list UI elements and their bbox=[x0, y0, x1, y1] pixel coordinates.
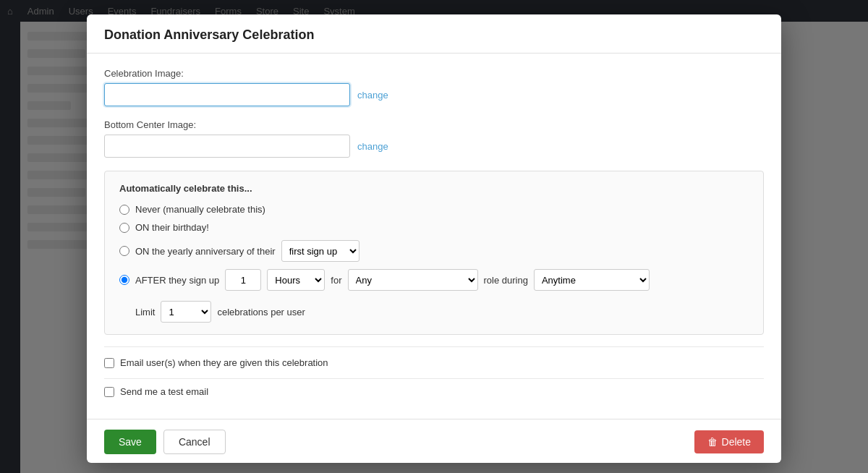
delete-label: Delete bbox=[722, 436, 751, 448]
radio-birthday-option: ON their birthday! bbox=[119, 222, 749, 233]
modal-body: Celebration Image: change Bottom Center … bbox=[87, 54, 781, 419]
celebrations-per-user-label: celebrations per user bbox=[217, 307, 305, 318]
role-select[interactable]: Any Admin Member Volunteer bbox=[348, 269, 478, 291]
radio-birthday-label: ON their birthday! bbox=[135, 222, 209, 233]
radio-never-label: Never (manually celebrate this) bbox=[135, 204, 265, 215]
bottom-center-image-input[interactable] bbox=[104, 135, 350, 158]
delete-icon: 🗑 bbox=[707, 436, 718, 448]
test-email-label: Send me a test email bbox=[120, 386, 208, 397]
radio-after-signup-option: AFTER they sign up Minutes Hours Days We… bbox=[119, 269, 749, 291]
modal-footer: Save Cancel 🗑 Delete bbox=[87, 419, 781, 463]
radio-anniversary-option: ON the yearly anniversary of their first… bbox=[119, 240, 749, 262]
radio-never[interactable] bbox=[119, 205, 129, 215]
bottom-center-image-group: Bottom Center Image: change bbox=[104, 119, 764, 158]
auto-section-title: Automatically celebrate this... bbox=[119, 183, 749, 194]
save-button[interactable]: Save bbox=[104, 430, 156, 454]
limit-label: Limit bbox=[135, 307, 155, 318]
email-checkbox-label: Email user(s) when they are given this c… bbox=[120, 357, 328, 368]
after-unit-select[interactable]: Minutes Hours Days Weeks Months bbox=[267, 269, 325, 291]
modal-title: Donation Anniversary Celebration bbox=[104, 27, 764, 43]
delete-button[interactable]: 🗑 Delete bbox=[694, 430, 764, 453]
test-email-row: Send me a test email bbox=[104, 378, 764, 404]
auto-celebrate-section: Automatically celebrate this... Never (m… bbox=[104, 171, 764, 335]
bottom-center-image-change[interactable]: change bbox=[357, 141, 388, 152]
celebration-image-group: Celebration Image: change bbox=[104, 68, 764, 106]
cancel-button[interactable]: Cancel bbox=[163, 430, 226, 454]
dialog: Donation Anniversary Celebration Celebra… bbox=[87, 14, 781, 463]
radio-never-option: Never (manually celebrate this) bbox=[119, 204, 749, 215]
modal-header: Donation Anniversary Celebration bbox=[87, 14, 781, 54]
celebration-image-input[interactable] bbox=[104, 83, 350, 106]
celebration-image-row: change bbox=[104, 83, 764, 106]
test-email-checkbox[interactable] bbox=[104, 387, 114, 397]
footer-left-buttons: Save Cancel bbox=[104, 430, 226, 454]
role-during-label: role during bbox=[484, 275, 528, 286]
after-num-input[interactable] bbox=[225, 269, 261, 291]
bottom-center-image-row: change bbox=[104, 135, 764, 158]
modal-overlay: Donation Anniversary Celebration Celebra… bbox=[0, 0, 868, 473]
after-signup-row: AFTER they sign up Minutes Hours Days We… bbox=[135, 269, 650, 291]
bottom-center-image-label: Bottom Center Image: bbox=[104, 119, 764, 130]
email-users-checkbox[interactable] bbox=[104, 358, 114, 368]
radio-anniversary-label: ON the yearly anniversary of their bbox=[135, 246, 276, 257]
celebration-image-change[interactable]: change bbox=[357, 90, 388, 101]
radio-birthday[interactable] bbox=[119, 223, 129, 233]
email-checkbox-row: Email user(s) when they are given this c… bbox=[104, 346, 764, 378]
radio-anniversary[interactable] bbox=[119, 246, 129, 256]
limit-select[interactable]: 1 2 3 5 10 Unlimited bbox=[161, 301, 211, 323]
for-label: for bbox=[331, 275, 341, 286]
during-select[interactable]: Anytime Morning Afternoon Evening bbox=[534, 269, 650, 291]
celebration-image-label: Celebration Image: bbox=[104, 68, 764, 79]
radio-after-signup[interactable] bbox=[119, 275, 129, 285]
limit-row: Limit 1 2 3 5 10 Unlimited celebrations … bbox=[135, 301, 749, 323]
anniversary-type-select[interactable]: first sign up last donation registration bbox=[281, 240, 359, 262]
radio-after-label: AFTER they sign up bbox=[135, 275, 219, 286]
